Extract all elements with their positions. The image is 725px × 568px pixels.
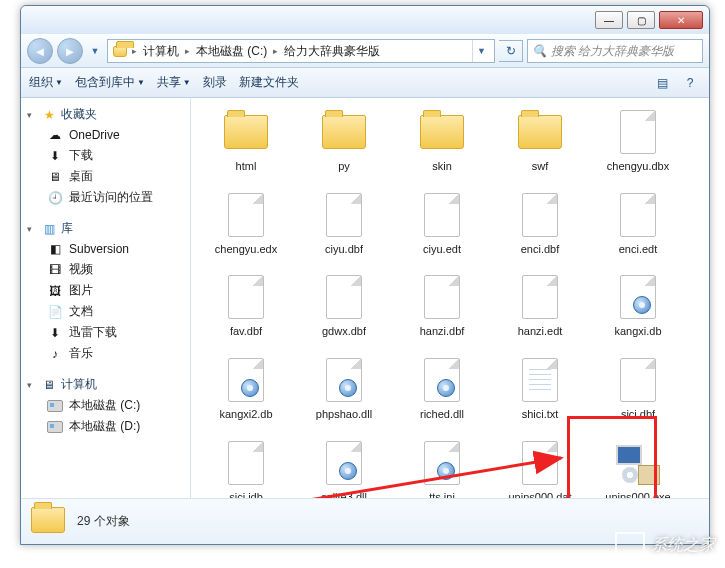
file-item[interactable]: enci.edt [599, 191, 677, 256]
file-item[interactable]: swf [501, 108, 579, 173]
file-label: ciyu.edt [423, 243, 461, 256]
file-item[interactable]: chengyu.dbx [599, 108, 677, 173]
star-icon: ★ [41, 107, 57, 123]
breadcrumb-seg[interactable]: 本地磁盘 (C:) [194, 43, 269, 60]
file-item[interactable]: kangxi.db [599, 273, 677, 338]
file-item[interactable]: html [207, 108, 285, 173]
file-icon [320, 108, 368, 156]
sidebar-favorites: ▾★收藏夹 ☁OneDrive ⬇下载 🖥桌面 🕘最近访问的位置 [21, 104, 190, 208]
annotation-box [567, 416, 657, 498]
sidebar-item-music[interactable]: ♪音乐 [21, 343, 190, 364]
file-item[interactable]: hanzi.edt [501, 273, 579, 338]
share-button[interactable]: 共享▼ [157, 74, 191, 91]
addr-dropdown-button[interactable]: ▼ [472, 40, 490, 62]
sidebar-head-libraries[interactable]: ▾▥库 [21, 218, 190, 239]
help-button[interactable]: ? [679, 73, 701, 93]
file-label: enci.edt [619, 243, 658, 256]
file-item[interactable]: py [305, 108, 383, 173]
breadcrumb-seg[interactable]: 计算机 [141, 43, 181, 60]
sidebar-item-documents[interactable]: 📄文档 [21, 301, 190, 322]
svn-icon: ◧ [47, 241, 63, 257]
sidebar-item-videos[interactable]: 🎞视频 [21, 259, 190, 280]
file-item[interactable]: ciyu.edt [403, 191, 481, 256]
file-item[interactable]: gdwx.dbf [305, 273, 383, 338]
sidebar-item-downloads[interactable]: ⬇下载 [21, 145, 190, 166]
file-icon [614, 108, 662, 156]
file-item[interactable]: sici.idb [207, 439, 285, 498]
sidebar-item-recent[interactable]: 🕘最近访问的位置 [21, 187, 190, 208]
sidebar-item-onedrive[interactable]: ☁OneDrive [21, 125, 190, 145]
breadcrumb-seg[interactable]: 给力大辞典豪华版 [282, 43, 382, 60]
file-item[interactable]: phpshao.dll [305, 356, 383, 421]
file-item[interactable]: hanzi.dbf [403, 273, 481, 338]
file-icon [222, 356, 270, 404]
maximize-button[interactable]: ▢ [627, 11, 655, 29]
nav-back-button[interactable]: ◄ [27, 38, 53, 64]
picture-icon: 🖼 [47, 283, 63, 299]
file-item[interactable]: riched.dll [403, 356, 481, 421]
file-label: kangxi2.db [219, 408, 272, 421]
folder-icon [112, 43, 128, 59]
view-button[interactable]: ▤ [651, 73, 673, 93]
organize-button[interactable]: 组织▼ [29, 74, 63, 91]
include-button[interactable]: 包含到库中▼ [75, 74, 145, 91]
file-item[interactable]: ciyu.dbf [305, 191, 383, 256]
file-item[interactable]: kangxi2.db [207, 356, 285, 421]
status-bar: 29 个对象 [21, 498, 709, 544]
file-label: swf [532, 160, 549, 173]
file-icon [320, 273, 368, 321]
file-label: hanzi.edt [518, 325, 563, 338]
refresh-button[interactable]: ↻ [499, 40, 523, 62]
recent-icon: 🕘 [47, 190, 63, 206]
body: ▾★收藏夹 ☁OneDrive ⬇下载 🖥桌面 🕘最近访问的位置 ▾▥库 ◧Su… [21, 98, 709, 498]
file-icon [614, 273, 662, 321]
sidebar-item-xunlei[interactable]: ⬇迅雷下载 [21, 322, 190, 343]
file-item[interactable]: enci.dbf [501, 191, 579, 256]
file-item[interactable]: fav.dbf [207, 273, 285, 338]
file-icon [320, 439, 368, 487]
xunlei-icon: ⬇ [47, 325, 63, 341]
file-icon [516, 439, 564, 487]
file-icon [614, 191, 662, 239]
sidebar-item-pictures[interactable]: 🖼图片 [21, 280, 190, 301]
file-label: chengyu.edx [215, 243, 277, 256]
file-label: skin [432, 160, 452, 173]
file-label: enci.dbf [521, 243, 560, 256]
sidebar-item-subversion[interactable]: ◧Subversion [21, 239, 190, 259]
file-pane[interactable]: htmlpyskinswfchengyu.dbxchengyu.edxciyu.… [191, 98, 709, 498]
burn-button[interactable]: 刻录 [203, 74, 227, 91]
sidebar-libraries: ▾▥库 ◧Subversion 🎞视频 🖼图片 📄文档 ⬇迅雷下载 ♪音乐 [21, 218, 190, 364]
file-icon [516, 273, 564, 321]
minimize-button[interactable]: — [595, 11, 623, 29]
file-item[interactable]: sqlite3.dll [305, 439, 383, 498]
file-icon [418, 273, 466, 321]
file-label: hanzi.dbf [420, 325, 465, 338]
newfolder-button[interactable]: 新建文件夹 [239, 74, 299, 91]
titlebar: — ▢ ✕ [21, 6, 709, 34]
file-icon [222, 439, 270, 487]
sidebar-head-computer[interactable]: ▾🖥计算机 [21, 374, 190, 395]
nav-forward-button[interactable]: ► [57, 38, 83, 64]
file-item[interactable]: sici.dbf [599, 356, 677, 421]
chevron-right-icon: ▸ [273, 46, 278, 56]
search-input[interactable]: 🔍 搜索 给力大辞典豪华版 [527, 39, 703, 63]
file-icon [418, 108, 466, 156]
sidebar-item-desktop[interactable]: 🖥桌面 [21, 166, 190, 187]
file-label: phpshao.dll [316, 408, 372, 421]
address-bar[interactable]: ▸ 计算机 ▸ 本地磁盘 (C:) ▸ 给力大辞典豪华版 ▼ [107, 39, 495, 63]
close-button[interactable]: ✕ [659, 11, 703, 29]
file-item[interactable]: chengyu.edx [207, 191, 285, 256]
file-item[interactable]: skin [403, 108, 481, 173]
file-item[interactable]: shici.txt [501, 356, 579, 421]
nav-history-button[interactable]: ▼ [87, 41, 103, 61]
status-count: 29 个对象 [77, 513, 130, 530]
file-icon [418, 439, 466, 487]
sidebar-item-drive-d[interactable]: 本地磁盘 (D:) [21, 416, 190, 437]
file-item[interactable]: tts.ini [403, 439, 481, 498]
sidebar-item-drive-c[interactable]: 本地磁盘 (C:) [21, 395, 190, 416]
file-label: unins000.dat [509, 491, 572, 498]
search-icon: 🔍 [532, 44, 547, 58]
sidebar-head-favorites[interactable]: ▾★收藏夹 [21, 104, 190, 125]
file-label: html [236, 160, 257, 173]
toolbar: 组织▼ 包含到库中▼ 共享▼ 刻录 新建文件夹 ▤ ? [21, 68, 709, 98]
